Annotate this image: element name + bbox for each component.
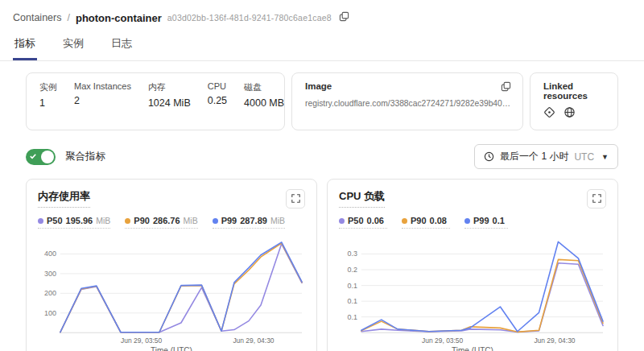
controls-row: 聚合指标 最后一个 1 小时 UTC ▼ <box>26 144 618 169</box>
svg-text:Jun 29, 03:50: Jun 29, 03:50 <box>422 337 463 345</box>
cpu-chart-legend: P50 0.06 P90 0.08 P99 0.1 <box>339 216 606 229</box>
cpu-load-chart[interactable]: 0.10.10.10.20.3Jun 29, 03:50Jun 29, 04:3… <box>339 232 606 345</box>
image-registry-value: registry.cloudflare.com/3388cac2724271/9… <box>305 99 511 108</box>
clock-icon <box>484 151 494 162</box>
legend-item-p90: P90 286.76 MiB <box>125 216 197 229</box>
info-cards-row: 实例 1 Max Instances 2 内存 1024 MiB CPU 0.2… <box>26 72 618 130</box>
legend-dot <box>464 218 470 224</box>
stat-memory: 内存 1024 MiB <box>148 81 191 122</box>
legend-dot <box>38 218 43 224</box>
svg-text:Jun 29, 04:30: Jun 29, 04:30 <box>233 337 274 345</box>
check-icon <box>30 153 36 159</box>
chevron-down-icon: ▼ <box>601 153 609 161</box>
workers-icon[interactable] <box>543 106 555 122</box>
svg-text:Jun 29, 04:30: Jun 29, 04:30 <box>534 337 575 345</box>
charts-row: 内存使用率 P50 195.96 MiB <box>26 179 618 351</box>
legend-dot <box>213 218 218 224</box>
page-title: photon-container <box>76 12 162 24</box>
expand-icon <box>592 193 601 205</box>
memory-chart-card: 内存使用率 P50 195.96 MiB <box>26 179 317 351</box>
stat-disk: 磁盘 4000 MB <box>244 81 284 122</box>
memory-chart-title: 内存使用率 <box>38 189 90 208</box>
legend-item-p99: P99 287.89 MiB <box>213 216 285 229</box>
image-card-label: Image <box>305 81 332 91</box>
breadcrumb: Containers / photon-container a03d02bb-1… <box>0 0 644 26</box>
memory-chart-expand-button[interactable] <box>286 189 305 209</box>
cpu-chart-xlabel: Time (UTC) <box>339 346 606 351</box>
tab-instances[interactable]: 实例 <box>61 36 85 60</box>
aggregate-metrics-toggle[interactable] <box>26 149 56 165</box>
svg-text:0.3: 0.3 <box>347 250 357 258</box>
legend-item-p99: P99 0.1 <box>464 216 508 229</box>
tab-logs[interactable]: 日志 <box>109 36 134 60</box>
legend-item-p50: P50 195.96 MiB <box>38 216 110 229</box>
globe-icon[interactable] <box>564 106 576 122</box>
memory-chart-xlabel: Time (UTC) <box>38 346 305 351</box>
legend-item-p90: P90 0.08 <box>402 216 450 229</box>
memory-usage-chart[interactable]: 100200300400Jun 29, 03:50Jun 29, 04:30 <box>38 232 305 345</box>
breadcrumb-containers-link[interactable]: Containers <box>13 12 61 23</box>
copy-id-button[interactable] <box>337 10 351 26</box>
cpu-chart-title: CPU 负载 <box>339 189 385 208</box>
copy-image-button[interactable] <box>501 81 511 94</box>
stat-cpu: CPU 0.25 <box>208 81 227 122</box>
time-range-selector[interactable]: 最后一个 1 小时 UTC ▼ <box>474 144 618 169</box>
main-content: 实例 1 Max Instances 2 内存 1024 MiB CPU 0.2… <box>0 61 644 351</box>
stat-max-instances: Max Instances 2 <box>74 81 131 122</box>
svg-text:0.2: 0.2 <box>347 266 357 274</box>
breadcrumb-separator: / <box>67 12 69 23</box>
svg-text:400: 400 <box>44 250 56 258</box>
time-range-value: 最后一个 1 小时 <box>500 150 568 163</box>
aggregate-metrics-label: 聚合指标 <box>65 150 105 163</box>
container-id: a03d02bb-136f-481d-9241-780c6ae1cae8 <box>167 13 332 23</box>
legend-dot <box>339 218 345 224</box>
legend-dot <box>125 218 130 224</box>
svg-text:0.1: 0.1 <box>347 282 357 290</box>
copy-icon <box>339 11 349 24</box>
svg-text:200: 200 <box>44 289 56 297</box>
linked-resources-card: Linked resources <box>530 72 618 130</box>
expand-icon <box>291 193 300 205</box>
tab-metrics[interactable]: 指标 <box>13 36 37 60</box>
copy-icon <box>501 81 511 94</box>
tab-bar: 指标 实例 日志 <box>0 36 644 61</box>
time-zone-value: UTC <box>574 151 594 163</box>
svg-text:300: 300 <box>44 270 56 278</box>
memory-chart-legend: P50 195.96 MiB P90 286.76 MiB P99 287.89… <box>38 216 305 229</box>
linked-resources-label: Linked resources <box>543 81 605 101</box>
legend-dot <box>402 218 407 224</box>
cpu-chart-card: CPU 负载 P50 0.06 <box>327 179 618 351</box>
svg-text:0.1: 0.1 <box>347 297 357 305</box>
stat-instances: 实例 1 <box>39 81 57 122</box>
svg-text:Jun 29, 03:50: Jun 29, 03:50 <box>121 337 162 345</box>
svg-text:0.1: 0.1 <box>347 313 357 321</box>
svg-text:100: 100 <box>44 309 56 317</box>
stats-card: 实例 1 Max Instances 2 内存 1024 MiB CPU 0.2… <box>26 72 285 130</box>
cpu-chart-expand-button[interactable] <box>587 189 606 209</box>
image-card: Image registry.cloudflare.com/3388cac272… <box>291 72 523 130</box>
legend-item-p50: P50 0.06 <box>339 216 387 229</box>
